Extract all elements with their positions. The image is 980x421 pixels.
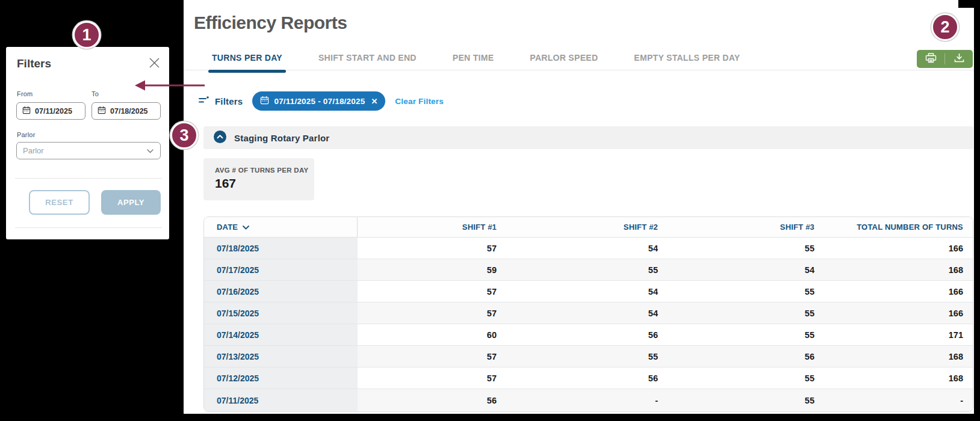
- shift1-value: 57: [358, 367, 513, 389]
- shift3-value: 54: [674, 259, 831, 280]
- tab-turns-per-day[interactable]: TURNS PER DAY: [212, 53, 282, 73]
- tab-bar: TURNS PER DAY SHIFT START AND END PEN TI…: [212, 53, 740, 73]
- annotation-badge-3: 3: [170, 121, 198, 149]
- table-row: 07/12/2025 57 56 55 168: [204, 367, 973, 389]
- tab-parlor-speed[interactable]: PARLOR SPEED: [530, 53, 598, 73]
- shift2-value: 54: [513, 281, 674, 302]
- date-range-filter-chip[interactable]: 07/11/2025 - 07/18/2025 ✕: [252, 91, 385, 111]
- total-value: 166: [831, 303, 973, 324]
- to-date-field[interactable]: 07/18/2025: [91, 102, 161, 120]
- total-value: -: [831, 389, 973, 411]
- avg-turns-stat-card: AVG # OF TURNS PER DAY 167: [203, 158, 314, 200]
- annotation-badge-1: 1: [73, 21, 101, 49]
- filters-label: Filters: [215, 96, 243, 106]
- export-toolbar: [917, 50, 973, 68]
- shift1-value: 60: [358, 324, 513, 345]
- page-title: Efficiency Reports: [194, 13, 347, 33]
- total-value: 166: [831, 281, 973, 302]
- chip-remove-icon[interactable]: ✕: [371, 97, 377, 106]
- section-header-staging-rotary-parlor[interactable]: Staging Rotary Parlor: [203, 126, 973, 149]
- table-row: 07/11/2025 56 - 55 -: [204, 389, 973, 411]
- reset-button[interactable]: RESET: [29, 190, 90, 215]
- shift3-value: 56: [674, 346, 831, 367]
- calendar-icon: [22, 106, 31, 116]
- date-link[interactable]: 07/18/2025: [204, 238, 358, 259]
- total-value: 168: [831, 259, 973, 280]
- shift2-value: 55: [513, 259, 674, 280]
- shift2-value: 56: [513, 367, 674, 389]
- parlor-select[interactable]: Parlor: [16, 142, 161, 159]
- parlor-select-placeholder: Parlor: [23, 146, 44, 155]
- date-link[interactable]: 07/11/2025: [204, 389, 358, 411]
- download-icon: [954, 53, 964, 65]
- shift3-value: 55: [674, 367, 831, 389]
- filter-bar: Filters 07/11/2025 - 07/18/2025 ✕ Clear …: [199, 91, 444, 111]
- table-row: 07/15/2025 57 54 55 166: [204, 303, 973, 324]
- shift1-value: 57: [358, 303, 513, 324]
- download-button[interactable]: [945, 50, 973, 68]
- table-row: 07/14/2025 60 56 55 171: [204, 324, 973, 346]
- column-header-shift2: SHIFT #2: [513, 217, 674, 237]
- shift2-value: 56: [513, 324, 674, 345]
- shift3-value: 55: [674, 238, 831, 259]
- to-date-value: 07/18/2025: [110, 107, 148, 115]
- main-panel: Efficiency Reports TURNS PER DAY SHIFT S…: [184, 0, 974, 414]
- divider: [15, 227, 162, 228]
- tab-shift-start-and-end[interactable]: SHIFT START AND END: [318, 53, 417, 73]
- date-link[interactable]: 07/12/2025: [204, 367, 358, 389]
- total-value: 168: [831, 367, 973, 389]
- column-header-shift1: SHIFT #1: [358, 217, 513, 237]
- date-link[interactable]: 07/15/2025: [204, 303, 358, 324]
- shift2-value: 54: [513, 303, 674, 324]
- shift1-value: 57: [358, 281, 513, 302]
- tab-empty-stalls-per-day[interactable]: EMPTY STALLS PER DAY: [634, 53, 740, 73]
- close-icon[interactable]: [149, 58, 160, 68]
- shift2-value: 55: [513, 346, 674, 367]
- shift2-value: 54: [513, 238, 674, 259]
- section-title: Staging Rotary Parlor: [234, 133, 329, 143]
- tab-pen-time[interactable]: PEN TIME: [453, 53, 494, 73]
- shift3-value: 55: [674, 324, 831, 345]
- print-button[interactable]: [917, 50, 944, 68]
- screenshot-root: { "page": { "title": "Efficiency Reports…: [0, 0, 980, 421]
- table-header-row: DATE SHIFT #1 SHIFT #2 SHIFT #3 TOTAL NU…: [204, 217, 973, 238]
- total-value: 168: [831, 346, 973, 367]
- annotation-badge-2: 2: [931, 13, 959, 41]
- stat-value: 167: [215, 176, 314, 191]
- shift1-value: 57: [358, 238, 513, 259]
- date-link[interactable]: 07/17/2025: [204, 259, 358, 280]
- chevron-down-icon: [147, 149, 154, 153]
- date-link[interactable]: 07/13/2025: [204, 346, 358, 367]
- column-header-date[interactable]: DATE: [204, 217, 358, 237]
- divider: [15, 178, 162, 179]
- shift3-value: 55: [674, 303, 831, 324]
- shift1-value: 59: [358, 259, 513, 280]
- date-link[interactable]: 07/16/2025: [204, 281, 358, 302]
- filters-button[interactable]: Filters: [199, 96, 243, 106]
- table-row: 07/18/2025 57 54 55 166: [204, 238, 973, 259]
- to-label: To: [91, 90, 99, 97]
- chevron-up-circle-icon[interactable]: [214, 131, 226, 146]
- table-row: 07/17/2025 59 55 54 168: [204, 259, 973, 281]
- chip-date-range: 07/11/2025 - 07/18/2025: [274, 97, 365, 106]
- date-link[interactable]: 07/14/2025: [204, 324, 358, 345]
- table-row: 07/13/2025 57 55 56 168: [204, 346, 973, 367]
- apply-button[interactable]: APPLY: [101, 190, 161, 215]
- from-label: From: [17, 90, 33, 97]
- column-header-shift3: SHIFT #3: [674, 217, 831, 237]
- calendar-icon: [260, 96, 269, 107]
- date-header-label: DATE: [217, 223, 238, 232]
- from-date-field[interactable]: 07/11/2025: [16, 102, 85, 120]
- shift1-value: 56: [358, 389, 513, 411]
- shift1-value: 57: [358, 346, 513, 367]
- shift2-value: -: [513, 389, 674, 411]
- screenshot-background-notch: [958, 0, 980, 8]
- shift3-value: 55: [674, 389, 831, 411]
- parlor-label: Parlor: [17, 131, 36, 138]
- printer-icon: [925, 53, 937, 66]
- turns-per-day-table: DATE SHIFT #1 SHIFT #2 SHIFT #3 TOTAL NU…: [203, 217, 973, 412]
- shift3-value: 55: [674, 281, 831, 302]
- clear-filters-link[interactable]: Clear Filters: [395, 97, 444, 106]
- filters-panel-title: Filters: [17, 57, 51, 70]
- sliders-icon: [199, 96, 209, 106]
